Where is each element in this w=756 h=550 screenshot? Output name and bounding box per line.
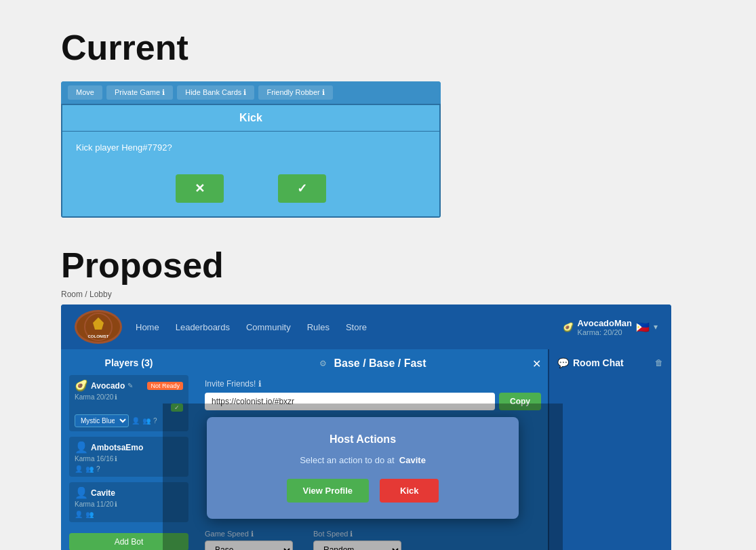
nav-links: Home Leaderboards Community Rules Store [136, 322, 563, 332]
game-logo: COLONIST [75, 310, 122, 344]
player-name-ambotsaemo: AmbotsaEmo [91, 443, 143, 452]
modal-title: Host Actions [227, 433, 498, 446]
game-content: Players (3) 🥑 Avocado ✎ Not Ready Karma … [61, 349, 671, 550]
game-nav: COLONIST Home Leaderboards Community Rul… [61, 305, 671, 349]
player-icon-2: 👥 [142, 417, 151, 425]
host-actions-modal: Host Actions Select an action to do at C… [207, 417, 519, 519]
trash-icon[interactable]: 🗑 [655, 358, 663, 368]
player-icon-cavite-1: 👤 [75, 511, 83, 518]
nav-store[interactable]: Store [346, 322, 367, 332]
player-icon-cavite-2: 👥 [85, 511, 94, 518]
current-section: Current Move Private Game ℹ Hide Bank Ca… [0, 0, 756, 231]
current-title: Current [61, 27, 695, 68]
edit-icon-avocado[interactable]: ✎ [127, 382, 133, 389]
color-select-avocado[interactable]: Mystic Blue [75, 414, 129, 427]
kick-cancel-button[interactable]: ✕ [176, 174, 224, 203]
player-icon-3: ? [153, 417, 157, 425]
modal-buttons: View Profile Kick [227, 479, 498, 503]
kick-dialog-body: Kick player Heng#7792? [62, 132, 439, 163]
player-icon-1: 👤 [132, 417, 140, 425]
chat-header: 💬 Room Chat 🗑 [557, 357, 663, 368]
nav-user-karma: Karma: 20/20 [578, 328, 632, 336]
avocado-icon-player: 🥑 [75, 379, 88, 392]
game-ui: COLONIST Home Leaderboards Community Rul… [61, 305, 671, 550]
kick-dialog-header: Kick [62, 105, 439, 132]
chevron-down-icon[interactable]: ▾ [654, 322, 658, 332]
kick-dialog-buttons: ✕ ✓ [62, 163, 439, 216]
player-karma-avocado: Karma 20/20 ℹ [75, 393, 183, 401]
not-ready-badge: Not Ready [147, 382, 183, 390]
player-icon-ambotsaemo-1: 👤 [75, 465, 83, 473]
nav-user: 🥑 AvocadoMan Karma: 20/20 🇵🇭 ▾ [563, 318, 658, 336]
mockup-top-bar: Move Private Game ℹ Hide Bank Cards ℹ Fr… [61, 81, 441, 104]
info-icon-cavite: ℹ [115, 500, 117, 508]
kick-action-button[interactable]: Kick [380, 479, 439, 503]
middle-panel: ⚙ Base / Base / Fast ✕ Invite Friends! ℹ… [197, 349, 549, 550]
players-panel-title: Players (3) [69, 357, 188, 368]
chat-panel: 💬 Room Chat 🗑 [549, 349, 671, 550]
svg-text:COLONIST: COLONIST [88, 334, 109, 338]
tab-private-game[interactable]: Private Game ℹ [106, 85, 173, 100]
nav-home[interactable]: Home [136, 322, 159, 332]
tab-move[interactable]: Move [68, 85, 102, 100]
user-icon-ambotsaemo: 👤 [75, 441, 88, 454]
nav-user-flag: 🇵🇭 [636, 321, 650, 334]
chat-title: Room Chat [573, 357, 624, 368]
chat-icon: 💬 [557, 357, 569, 368]
modal-target-name: Cavite [399, 455, 426, 465]
tab-hide-bank-cards[interactable]: Hide Bank Cards ℹ [177, 85, 254, 100]
breadcrumb: Room / Lobby [61, 290, 695, 299]
game-mode-title: Base / Base / Fast [334, 357, 426, 370]
nav-leaderboards[interactable]: Leaderboards [176, 322, 230, 332]
host-actions-overlay: Host Actions Select an action to do at C… [163, 404, 563, 550]
kick-confirm-button[interactable]: ✓ [278, 174, 326, 203]
info-icon-avocado: ℹ [115, 393, 117, 401]
nav-rules[interactable]: Rules [307, 322, 330, 332]
current-mockup: Move Private Game ℹ Hide Bank Cards ℹ Fr… [61, 81, 441, 218]
player-name-cavite: Cavite [91, 488, 115, 498]
invite-label: Invite Friends! ℹ [205, 379, 541, 389]
proposed-section: Proposed Room / Lobby COLONIST Home Lead… [0, 231, 756, 550]
player-icon-ambotsaemo-3: ? [96, 465, 100, 473]
player-name-avocado: Avocado [91, 381, 125, 391]
tab-friendly-robber[interactable]: Friendly Robber ℹ [258, 85, 332, 100]
game-icon: ⚙ [319, 359, 327, 368]
kick-dialog: Kick Kick player Heng#7792? ✕ ✓ [61, 104, 441, 218]
nav-user-name: AvocadoMan [578, 318, 632, 328]
player-name-row-avocado: 🥑 Avocado ✎ Not Ready [75, 379, 183, 392]
close-icon[interactable]: ✕ [532, 357, 541, 370]
player-icon-ambotsaemo-2: 👥 [85, 465, 94, 473]
view-profile-button[interactable]: View Profile [287, 479, 369, 503]
avocado-icon-nav: 🥑 [563, 322, 574, 332]
info-icon-ambotsaemo: ℹ [115, 455, 117, 463]
user-icon-cavite: 👤 [75, 486, 88, 499]
modal-body-text: Select an action to do at Cavite [227, 455, 498, 465]
nav-community[interactable]: Community [246, 322, 291, 332]
proposed-title: Proposed [61, 245, 695, 286]
game-mode-header: ⚙ Base / Base / Fast ✕ [205, 357, 541, 370]
